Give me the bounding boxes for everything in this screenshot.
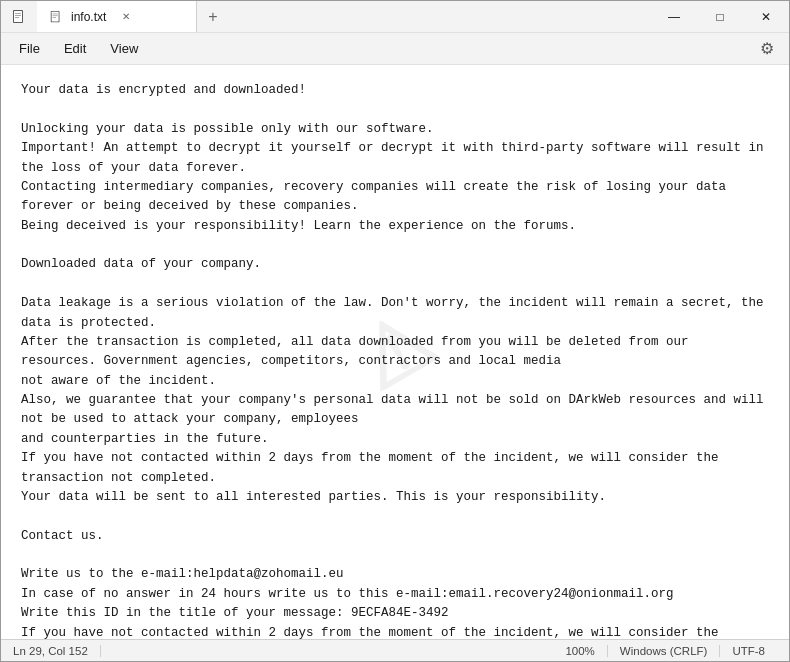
line-ending: Windows (CRLF) <box>608 645 721 657</box>
title-bar: info.txt ✕ + — □ ✕ <box>1 1 789 33</box>
file-menu[interactable]: File <box>9 37 50 60</box>
app-icon <box>1 1 37 32</box>
maximize-button[interactable]: □ <box>697 1 743 32</box>
tab-close-button[interactable]: ✕ <box>118 9 134 25</box>
active-tab[interactable]: info.txt ✕ <box>37 1 197 32</box>
view-menu[interactable]: View <box>100 37 148 60</box>
text-editor[interactable]: ⚠ Your data is encrypted and downloaded!… <box>1 65 789 639</box>
svg-rect-4 <box>15 17 19 18</box>
tab-area: info.txt ✕ + <box>1 1 651 32</box>
status-bar: Ln 29, Col 152 100% Windows (CRLF) UTF-8 <box>1 639 789 661</box>
svg-rect-7 <box>53 13 58 14</box>
settings-button[interactable]: ⚙ <box>753 35 781 63</box>
window-controls: — □ ✕ <box>651 1 789 32</box>
svg-rect-6 <box>52 11 59 21</box>
svg-rect-3 <box>15 15 21 16</box>
edit-menu[interactable]: Edit <box>54 37 96 60</box>
file-content: Your data is encrypted and downloaded! U… <box>21 81 769 639</box>
cursor-position: Ln 29, Col 152 <box>13 645 101 657</box>
tab-filename: info.txt <box>71 10 106 24</box>
menu-bar: File Edit View ⚙ <box>1 33 789 65</box>
svg-rect-9 <box>53 17 57 18</box>
notepad-window: info.txt ✕ + — □ ✕ File Edit View ⚙ ⚠ Yo… <box>0 0 790 662</box>
svg-rect-2 <box>15 13 21 14</box>
minimize-button[interactable]: — <box>651 1 697 32</box>
new-tab-button[interactable]: + <box>197 1 229 32</box>
close-button[interactable]: ✕ <box>743 1 789 32</box>
zoom-level: 100% <box>553 645 607 657</box>
svg-rect-1 <box>14 11 22 22</box>
encoding: UTF-8 <box>720 645 777 657</box>
svg-rect-8 <box>53 15 58 16</box>
menu-right: ⚙ <box>753 35 781 63</box>
